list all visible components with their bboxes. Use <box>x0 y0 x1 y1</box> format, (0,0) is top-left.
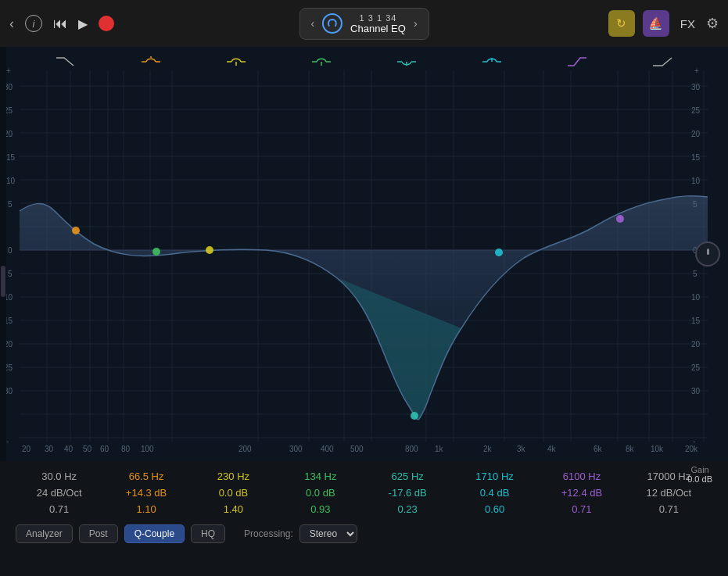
band-6-handle[interactable] <box>481 55 503 69</box>
band-1-q[interactable]: 0.71 <box>49 503 69 515</box>
band-5-freq[interactable]: 625 Hz <box>392 470 424 482</box>
band-5-col: 625 Hz <box>372 470 443 482</box>
svg-text:5: 5 <box>8 200 13 209</box>
bounce-button[interactable]: ⛵ <box>643 10 669 37</box>
processing-select[interactable]: Stereo Left Right Mid Side <box>299 524 357 543</box>
band-3-col: 230 Hz <box>198 470 268 482</box>
loop-button[interactable]: ↻ <box>608 10 635 37</box>
band-3-gain[interactable]: 0.0 dB <box>219 487 249 499</box>
svg-text:20k: 20k <box>685 445 698 453</box>
band-8-gain-col: 12 dB/Oct <box>633 487 704 499</box>
band-5-gain-col: -17.6 dB <box>372 487 443 499</box>
band-1-handle[interactable] <box>55 55 77 69</box>
svg-text:10k: 10k <box>651 445 664 453</box>
band-3-gain-col: 0.0 dB <box>198 487 268 499</box>
svg-text:50: 50 <box>83 445 92 453</box>
band-5-handle[interactable] <box>396 55 418 69</box>
svg-text:-: - <box>6 437 9 445</box>
band-1-gain[interactable]: 24 dB/Oct <box>37 487 82 499</box>
svg-text:500: 500 <box>350 445 364 453</box>
svg-text:20: 20 <box>22 445 31 453</box>
band-8-q[interactable]: 0.71 <box>659 503 679 515</box>
band-2-handle[interactable] <box>140 55 162 69</box>
band-6-gain[interactable]: 0.4 dB <box>480 487 510 499</box>
analyzer-button[interactable]: Analyzer <box>16 524 73 543</box>
play-button[interactable]: ▶ <box>78 16 88 31</box>
band-5-gain[interactable]: -17.6 dB <box>389 487 427 499</box>
svg-text:3k: 3k <box>517 445 526 453</box>
band-8-gain[interactable]: 12 dB/Oct <box>646 487 691 499</box>
svg-point-41 <box>495 249 503 256</box>
band-4-handle[interactable] <box>310 55 332 69</box>
band-8-handle[interactable] <box>651 55 673 69</box>
band-4-freq[interactable]: 134 Hz <box>304 470 336 482</box>
band-7-gain-col: +12.4 dB <box>547 487 617 499</box>
svg-text:15: 15 <box>691 317 701 325</box>
transport-controls: ‹ i ⏮ ▶ <box>9 15 114 32</box>
band-7-col: 6100 Hz <box>547 470 617 482</box>
svg-point-39 <box>152 248 160 256</box>
settings-button[interactable]: ⚙ <box>706 15 719 32</box>
svg-text:30: 30 <box>691 387 701 395</box>
band-6-gain-col: 0.4 dB <box>460 487 530 499</box>
band-6-freq[interactable]: 1710 Hz <box>475 470 513 482</box>
svg-text:800: 800 <box>405 445 418 453</box>
svg-text:300: 300 <box>289 445 303 453</box>
band-2-q-col: 1.10 <box>111 503 181 515</box>
svg-text:5: 5 <box>693 270 698 278</box>
band-7-gain[interactable]: +12.4 dB <box>561 487 602 499</box>
band-7-handle[interactable] <box>566 55 588 69</box>
band-1-gain-col: 24 dB/Oct <box>24 487 95 499</box>
record-button[interactable] <box>99 16 114 31</box>
band-7-q[interactable]: 0.71 <box>572 503 591 515</box>
svg-text:8k: 8k <box>626 445 635 453</box>
rewind-button[interactable]: ⏮ <box>53 16 67 32</box>
band-2-q[interactable]: 1.10 <box>136 503 156 515</box>
band-5-q-col: 0.23 <box>372 503 443 515</box>
band-q-row: 0.71 1.10 1.40 0.93 0.23 0.60 0.71 0.71 <box>16 503 712 515</box>
svg-text:20: 20 <box>691 340 701 349</box>
band-7-q-col: 0.71 <box>547 503 617 515</box>
band-6-q[interactable]: 0.60 <box>485 503 504 515</box>
svg-text:0: 0 <box>8 246 13 255</box>
plugin-nav-left[interactable]: ‹ <box>310 17 314 30</box>
band-4-q[interactable]: 0.93 <box>310 503 330 515</box>
svg-text:30: 30 <box>691 83 701 91</box>
band-8-freq[interactable]: 17000 Hz <box>647 470 690 482</box>
left-scrollbar[interactable] <box>0 47 6 461</box>
plugin-label: ‹ 1 3 1 34 Channel EQ › <box>299 8 429 40</box>
plugin-nav-right[interactable]: › <box>414 17 418 30</box>
band-7-freq[interactable]: 6100 Hz <box>563 470 601 482</box>
plugin-info: 1 3 1 34 Channel EQ <box>350 13 406 34</box>
svg-text:6k: 6k <box>594 445 603 453</box>
svg-text:200: 200 <box>238 445 252 453</box>
svg-text:25: 25 <box>691 363 701 372</box>
band-2-freq[interactable]: 66.5 Hz <box>129 470 164 482</box>
band-2-gain[interactable]: +14.3 dB <box>126 487 167 499</box>
band-3-freq[interactable]: 230 Hz <box>217 470 249 482</box>
processing-label: Processing: <box>244 528 293 539</box>
info-button[interactable]: i <box>25 15 42 32</box>
back-button[interactable]: ‹ <box>9 16 14 32</box>
svg-text:30: 30 <box>45 445 54 453</box>
band-6-q-col: 0.60 <box>460 503 530 515</box>
band-3-handle[interactable] <box>225 55 247 69</box>
plugin-power-button[interactable] <box>322 13 342 34</box>
qcouple-button[interactable]: Q-Couple <box>124 524 185 543</box>
post-button[interactable]: Post <box>79 524 118 543</box>
svg-text:4k: 4k <box>547 445 557 453</box>
band-5-q[interactable]: 0.23 <box>398 503 418 515</box>
band-3-q[interactable]: 1.40 <box>224 503 243 515</box>
band-8-q-col: 0.71 <box>633 503 704 515</box>
svg-point-42 <box>616 215 624 223</box>
eq-svg: + 30 25 20 15 10 5 0 5 10 15 20 25 30 - … <box>0 47 728 461</box>
band-1-freq[interactable]: 30.0 Hz <box>41 470 77 482</box>
fx-button[interactable]: FX <box>677 17 698 30</box>
top-bar: ‹ i ⏮ ▶ ‹ 1 3 1 34 Channel EQ › ↻ ⛵ FX ⚙ <box>0 0 728 47</box>
band-4-gain[interactable]: 0.0 dB <box>306 487 335 499</box>
band-3-q-col: 1.40 <box>198 503 268 515</box>
band-6-col: 1710 Hz <box>460 470 530 482</box>
svg-text:10: 10 <box>6 177 16 185</box>
output-gain-knob[interactable] <box>695 241 720 267</box>
hq-button[interactable]: HQ <box>191 524 225 543</box>
